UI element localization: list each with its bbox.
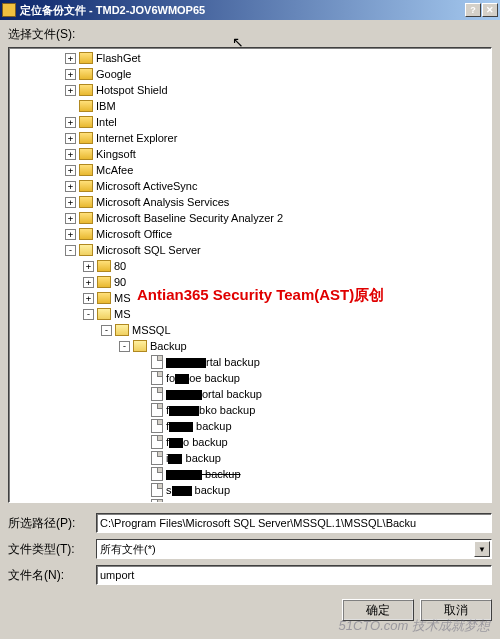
node-label: i backup [166,450,221,466]
expand-icon[interactable]: + [83,293,94,304]
folder-item[interactable]: +Microsoft Analysis Services [11,194,489,210]
folder-icon [79,164,93,176]
collapse-icon[interactable]: - [83,309,94,320]
folder-open-icon [133,340,147,352]
node-label: ns backup [166,498,236,503]
filetype-value: 所有文件(*) [100,542,156,557]
path-input[interactable] [96,513,492,533]
collapse-icon[interactable]: - [101,325,112,336]
folder-item[interactable]: +McAfee [11,162,489,178]
redacted-text [172,486,192,496]
expand-icon[interactable]: + [65,69,76,80]
filename-input[interactable] [96,565,492,585]
expand-icon[interactable]: + [65,197,76,208]
folder-icon [79,68,93,80]
file-item[interactable]: fooe backup [11,370,489,386]
help-button[interactable]: ? [465,3,481,17]
node-label: Intel [96,114,117,130]
redacted-text [169,438,183,448]
file-item[interactable]: s backup [11,482,489,498]
folder-item[interactable]: +Google [11,66,489,82]
node-label: fo backup [166,434,228,450]
close-button[interactable]: ✕ [482,3,498,17]
redacted-text [169,406,199,416]
folder-icon [97,260,111,272]
file-item[interactable]: backup [11,466,489,482]
file-item[interactable]: ns backup [11,498,489,503]
redacted-text [168,454,182,464]
folder-open-icon [97,308,111,320]
folder-item[interactable]: +Microsoft Baseline Security Analyzer 2 [11,210,489,226]
folder-item[interactable]: +90 [11,274,489,290]
folder-icon [97,276,111,288]
node-label: Google [96,66,131,82]
folder-icon [79,212,93,224]
filename-label: 文件名(N): [8,567,88,584]
file-item[interactable]: rtal backup [11,354,489,370]
redacted-text [166,390,202,400]
node-label: Microsoft ActiveSync [96,178,197,194]
filetype-select[interactable]: 所有文件(*) ▼ [96,539,492,559]
node-label: s backup [166,482,230,498]
expand-icon[interactable]: + [83,261,94,272]
folder-item[interactable]: +80 [11,258,489,274]
expand-icon[interactable]: + [65,85,76,96]
file-icon [151,451,163,465]
folder-icon [79,132,93,144]
node-label: ortal backup [166,386,262,402]
node-label: Microsoft Baseline Security Analyzer 2 [96,210,283,226]
file-item[interactable]: fo backup [11,434,489,450]
node-label: fbko backup [166,402,255,418]
file-tree[interactable]: +FlashGet+Google+Hotspot ShieldIBM+Intel… [8,47,492,503]
redacted-text [166,470,202,480]
chevron-down-icon[interactable]: ▼ [474,541,490,557]
folder-icon [79,196,93,208]
folder-item[interactable]: +Microsoft ActiveSync [11,178,489,194]
ok-button[interactable]: 确定 [342,599,414,621]
folder-item[interactable]: +FlashGet [11,50,489,66]
folder-open-icon [115,324,129,336]
folder-item[interactable]: +MS [11,290,489,306]
node-label: MS [114,290,131,306]
node-label: Kingsoft [96,146,136,162]
node-label: FlashGet [96,50,141,66]
folder-item[interactable]: +Kingsoft [11,146,489,162]
expand-icon[interactable]: + [65,133,76,144]
node-label: McAfee [96,162,133,178]
folder-icon [79,148,93,160]
node-label: fooe backup [166,370,240,386]
file-icon [151,499,163,503]
collapse-icon[interactable]: - [65,245,76,256]
file-item[interactable]: i backup [11,450,489,466]
file-item[interactable]: ortal backup [11,386,489,402]
folder-item[interactable]: +Internet Explorer [11,130,489,146]
folder-item[interactable]: IBM [11,98,489,114]
file-icon [151,371,163,385]
redacted-text [175,374,189,384]
folder-item[interactable]: -MSSQL [11,322,489,338]
folder-item[interactable]: -MS [11,306,489,322]
expand-icon[interactable]: + [65,53,76,64]
expand-icon[interactable]: + [83,277,94,288]
folder-item[interactable]: +Hotspot Shield [11,82,489,98]
expand-icon[interactable]: + [65,149,76,160]
folder-item[interactable]: -Backup [11,338,489,354]
filetype-label: 文件类型(T): [8,541,88,558]
file-item[interactable]: fbko backup [11,402,489,418]
folder-item[interactable]: +Microsoft Office [11,226,489,242]
cancel-button[interactable]: 取消 [420,599,492,621]
folder-icon [79,180,93,192]
titlebar: 定位备份文件 - TMD2-JOV6WMOP65 ? ✕ [0,0,500,20]
collapse-icon[interactable]: - [119,341,130,352]
expand-icon[interactable]: + [65,229,76,240]
file-item[interactable]: f backup [11,418,489,434]
folder-item[interactable]: +Intel [11,114,489,130]
expand-icon[interactable]: + [65,213,76,224]
expand-icon[interactable]: + [65,165,76,176]
node-label: Microsoft Office [96,226,172,242]
node-label: rtal backup [166,354,260,370]
expand-icon[interactable]: + [65,181,76,192]
folder-item[interactable]: -Microsoft SQL Server [11,242,489,258]
folder-icon [79,228,93,240]
expand-icon[interactable]: + [65,117,76,128]
